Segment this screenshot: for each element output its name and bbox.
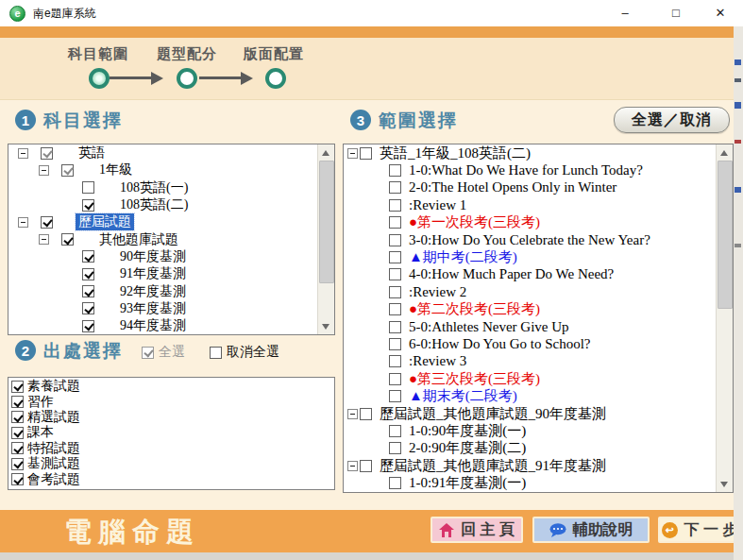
tree-node[interactable]: 歷屆試題_其他題庫試題_91年度基測 <box>344 457 717 474</box>
node-checkbox[interactable] <box>82 302 94 314</box>
item-label[interactable]: 習作 <box>27 394 54 411</box>
node-checkbox[interactable] <box>82 285 94 297</box>
deselect-all-option[interactable]: 取消全選 <box>210 344 279 361</box>
next-step-button[interactable]: ↩ 下 一 步 <box>658 517 741 543</box>
tree-node[interactable]: 1-0:What Do We Have for Lunch Today? <box>344 161 717 178</box>
item-checkbox[interactable] <box>11 396 24 408</box>
node-checkbox[interactable] <box>360 460 372 472</box>
node-checkbox[interactable] <box>389 199 401 212</box>
tree-node[interactable]: 1-0:90年度基測(一) <box>344 422 717 439</box>
node-checkbox[interactable] <box>61 164 74 177</box>
tree-node[interactable]: :Review 2 <box>344 283 717 300</box>
tree-node[interactable]: ●第一次段考(三段考) <box>344 214 717 231</box>
tree-node[interactable]: 4-0:How Much Paper Do We Need? <box>344 266 717 283</box>
node-label[interactable]: 2-0:The Hotel Opens Only in Winter <box>406 179 619 195</box>
node-checkbox[interactable] <box>389 477 401 489</box>
node-label[interactable]: 94年度基測 <box>117 317 189 334</box>
item-checkbox[interactable] <box>11 442 24 454</box>
tree-node[interactable]: ▲期末考(二段考) <box>344 387 717 404</box>
node-checkbox[interactable] <box>389 251 401 263</box>
scrollbar-thumb[interactable] <box>319 161 334 283</box>
tree-node[interactable]: 108英語(二) <box>8 196 318 213</box>
deselect-all-checkbox[interactable] <box>210 347 222 359</box>
tree-node[interactable]: 歷屆試題 <box>8 213 318 230</box>
scroll-down-button[interactable] <box>717 477 732 492</box>
step-circle-3[interactable] <box>265 68 286 89</box>
item-label[interactable]: 基測試題 <box>27 455 80 472</box>
item-label[interactable]: 素養試題 <box>27 378 80 395</box>
tree-node[interactable]: 90年度基測 <box>8 248 318 265</box>
node-checkbox[interactable] <box>389 321 401 333</box>
node-label[interactable]: 英語 <box>76 144 108 161</box>
node-checkbox[interactable] <box>389 425 401 437</box>
subject-tree-scrollbar[interactable] <box>317 144 334 334</box>
item-checkbox[interactable] <box>11 473 24 485</box>
node-checkbox[interactable] <box>389 234 401 246</box>
maximize-button[interactable]: □ <box>655 0 697 25</box>
node-checkbox[interactable] <box>389 268 401 280</box>
tree-node[interactable]: 6-0:How Do You Go to School? <box>344 335 717 352</box>
node-label[interactable]: 歷屆試題_其他題庫試題_90年度基測 <box>377 405 609 423</box>
select-all-checkbox[interactable] <box>142 347 154 359</box>
tree-node[interactable]: ▲期中考(二段考) <box>344 248 717 265</box>
node-checkbox[interactable] <box>82 199 94 212</box>
node-label[interactable]: 93年度基測 <box>117 300 189 317</box>
tree-node[interactable]: ●第三次段考(三段考) <box>344 370 717 387</box>
node-label[interactable]: 1-0:What Do We Have for Lunch Today? <box>406 162 646 178</box>
node-label[interactable]: 歷屆試題 <box>76 213 134 230</box>
node-label[interactable]: 歷屆試題_其他題庫試題_91年度基測 <box>377 457 609 475</box>
node-checkbox[interactable] <box>360 147 372 160</box>
item-checkbox[interactable] <box>11 427 24 439</box>
node-checkbox[interactable] <box>389 303 401 315</box>
tree-node[interactable]: 91年度基測 <box>8 265 318 282</box>
tree-node[interactable]: 英語 <box>8 144 318 161</box>
node-label[interactable]: 90年度基測 <box>117 248 189 265</box>
node-label[interactable]: :Review 3 <box>406 353 469 369</box>
node-label[interactable]: :Review 1 <box>406 197 469 213</box>
node-checkbox[interactable] <box>360 408 372 420</box>
tree-node[interactable]: 108英語(一) <box>8 179 318 196</box>
node-checkbox[interactable] <box>82 181 94 194</box>
tree-node[interactable]: :Review 1 <box>344 196 717 213</box>
list-item[interactable]: 精選試題 <box>8 410 334 425</box>
list-item[interactable]: 課本 <box>8 425 334 440</box>
node-checkbox[interactable] <box>82 250 94 263</box>
collapse-expander-icon[interactable] <box>18 148 28 159</box>
node-label[interactable]: :Review 2 <box>406 284 469 300</box>
select-all-option[interactable]: 全選 <box>142 344 185 361</box>
select-toggle-button[interactable]: 全選／取消 <box>614 107 730 133</box>
scroll-up-button[interactable] <box>318 144 333 160</box>
node-label[interactable]: 108英語(二) <box>117 196 191 213</box>
node-label[interactable]: 6-0:How Do You Go to School? <box>406 336 594 352</box>
node-label[interactable]: 1年級 <box>96 161 135 178</box>
node-checkbox[interactable] <box>389 390 401 402</box>
node-checkbox[interactable] <box>82 268 94 280</box>
node-checkbox[interactable] <box>41 216 53 229</box>
node-checkbox[interactable] <box>61 233 74 246</box>
list-item[interactable]: 基測試題 <box>8 456 334 471</box>
node-checkbox[interactable] <box>82 320 94 332</box>
tree-node[interactable]: :Review 3 <box>344 353 717 370</box>
node-checkbox[interactable] <box>389 338 401 350</box>
node-label[interactable]: 91年度基測 <box>117 265 189 282</box>
collapse-expander-icon[interactable] <box>347 148 358 159</box>
collapse-expander-icon[interactable] <box>39 165 49 176</box>
tree-node[interactable]: 歷屆試題_其他題庫試題_90年度基測 <box>344 405 717 422</box>
tree-node[interactable]: 94年度基測 <box>8 317 318 334</box>
tree-node[interactable]: 其他題庫試題 <box>8 230 318 247</box>
tree-node[interactable]: ●第二次段考(三段考) <box>344 301 717 318</box>
node-label[interactable]: ●第三次段考(三段考) <box>406 370 543 388</box>
range-tree-scrollbar[interactable] <box>716 144 733 492</box>
node-label[interactable]: 1-0:90年度基測(一) <box>406 422 529 440</box>
node-label[interactable]: 英語_1年級_108英語(二) <box>377 144 533 162</box>
list-item[interactable]: 素養試題 <box>8 379 334 394</box>
node-label[interactable]: 4-0:How Much Paper Do We Need? <box>406 266 616 282</box>
node-label[interactable]: ▲期末考(二段考) <box>406 387 520 405</box>
node-label[interactable]: 92年度基測 <box>117 283 189 300</box>
tree-node[interactable]: 2-0:90年度基測(二) <box>344 440 717 457</box>
node-checkbox[interactable] <box>389 181 401 194</box>
item-checkbox[interactable] <box>11 411 24 423</box>
node-checkbox[interactable] <box>389 286 401 298</box>
node-checkbox[interactable] <box>389 355 401 367</box>
node-label[interactable]: 3-0:How Do You Celebrate the New Year? <box>406 232 653 248</box>
